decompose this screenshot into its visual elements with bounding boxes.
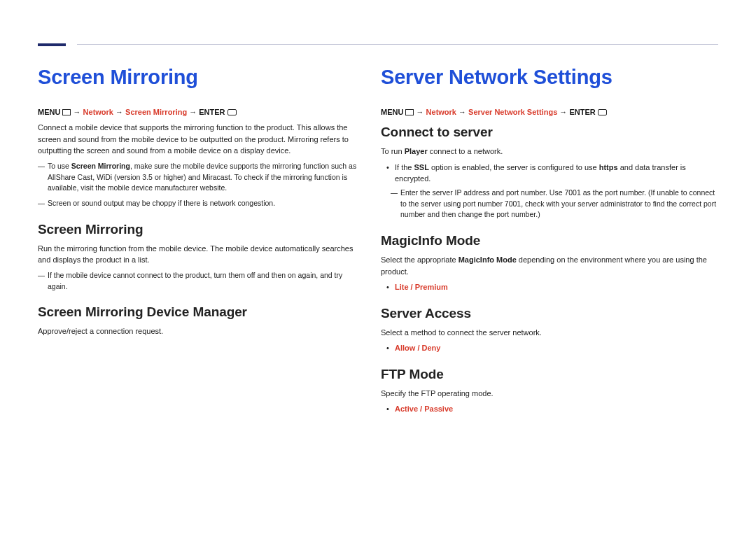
para2-b: MagicInfo Mode: [458, 255, 517, 264]
left-note-3: If the mobile device cannot connect to t…: [38, 270, 358, 293]
right-note-1: Enter the server IP address and port num…: [381, 188, 718, 220]
left-title: Screen Mirroring: [38, 66, 358, 89]
right-bullets-3: Allow / Deny: [381, 342, 718, 354]
b1b: SSL: [414, 163, 429, 171]
arrow-icon: →: [559, 108, 569, 116]
left-subhead-1: Screen Mirroring: [38, 222, 358, 237]
option-lite-premium: Lite / Premium: [395, 281, 718, 293]
right-subhead-4: FTP Mode: [381, 367, 718, 382]
right-bullets-2: Lite / Premium: [381, 281, 718, 293]
right-title: Server Network Settings: [381, 66, 718, 89]
arrow-icon: →: [189, 108, 199, 116]
opt2-text: Lite / Premium: [395, 283, 448, 291]
right-para-3: Select a method to connect the server ne…: [381, 327, 718, 339]
right-para-4: Specify the FTP operating mode.: [381, 388, 718, 400]
left-note-2: Screen or sound output may be choppy if …: [38, 198, 358, 209]
menu-icon: [62, 109, 71, 115]
opt3-text: Allow / Deny: [395, 344, 440, 352]
content-columns: Screen Mirroring MENU → Network → Screen…: [38, 66, 718, 418]
right-bullets-4: Active / Passive: [381, 403, 718, 415]
para2-a: Select the appropriate: [381, 255, 458, 264]
note-text-a: To use: [48, 162, 71, 170]
opt4-text: Active / Passive: [395, 405, 453, 413]
right-subhead-2: MagicInfo Mode: [381, 233, 718, 248]
enter-icon: [227, 109, 237, 115]
right-subhead-1: Connect to server: [381, 125, 718, 140]
arrow-icon: →: [416, 108, 426, 116]
para1-c: connect to a network.: [428, 147, 503, 155]
menu-icon: [405, 109, 414, 115]
arrow-icon: →: [458, 108, 468, 116]
left-para-2: Run the mirroring function from the mobi…: [38, 243, 358, 266]
left-intro: Connect a mobile device that supports th…: [38, 122, 358, 157]
arrow-icon: →: [115, 108, 125, 116]
right-breadcrumb: MENU → Network → Server Network Settings…: [381, 107, 718, 118]
left-breadcrumb: MENU → Network → Screen Mirroring → ENTE…: [38, 107, 358, 118]
left-note-1: To use Screen Mirroring, make sure the m…: [38, 161, 358, 194]
right-para-2: Select the appropriate MagicInfo Mode de…: [381, 254, 718, 277]
breadcrumb-screen-mirroring: Screen Mirroring: [125, 108, 187, 116]
breadcrumb-enter-label: ENTER: [199, 108, 225, 116]
breadcrumb-server-settings: Server Network Settings: [468, 108, 557, 116]
right-bullets-1: If the SSL option is enabled, the server…: [381, 162, 718, 185]
note-text-b: Screen Mirroring: [71, 162, 130, 170]
right-subhead-3: Server Access: [381, 306, 718, 321]
left-para-3: Approve/reject a connection request.: [38, 325, 358, 337]
bullet-ssl: If the SSL option is enabled, the server…: [395, 162, 718, 185]
option-active-passive: Active / Passive: [395, 403, 718, 415]
left-subhead-2: Screen Mirroring Device Manager: [38, 304, 358, 320]
arrow-icon: →: [74, 108, 83, 116]
breadcrumb-network: Network: [83, 108, 113, 116]
breadcrumb-menu-label: MENU: [38, 108, 60, 116]
para1-a: To run: [381, 147, 405, 155]
b1c: option is enabled, the server is configu…: [429, 163, 599, 171]
breadcrumb-enter-label: ENTER: [569, 108, 595, 116]
left-column: Screen Mirroring MENU → Network → Screen…: [38, 66, 378, 418]
header-rule: [77, 44, 718, 45]
breadcrumb-menu-label: MENU: [381, 108, 403, 116]
enter-icon: [598, 109, 607, 115]
b1a: If the: [395, 163, 414, 171]
header-accent-bar: [38, 43, 66, 46]
option-allow-deny: Allow / Deny: [395, 342, 718, 354]
para1-b: Player: [405, 147, 428, 155]
b1d: https: [599, 163, 618, 171]
right-column: Server Network Settings MENU → Network →…: [378, 66, 718, 418]
right-para-1: To run Player connect to a network.: [381, 146, 718, 157]
breadcrumb-network: Network: [426, 108, 456, 116]
